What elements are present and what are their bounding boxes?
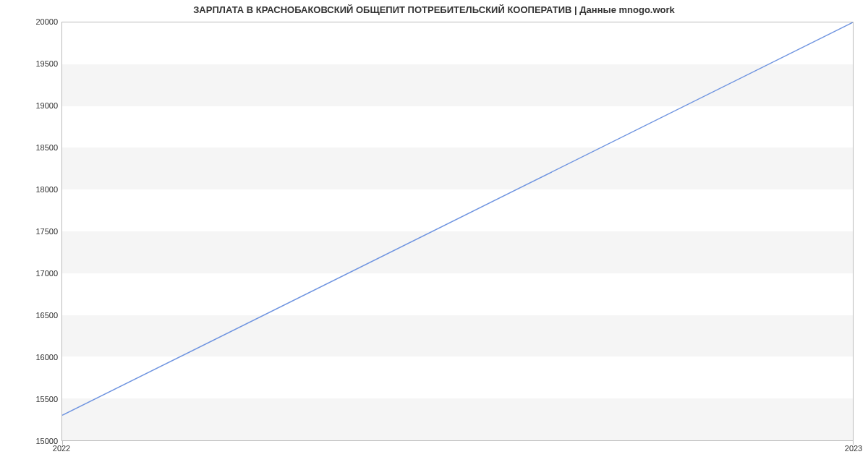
x-tick-label: 2022 xyxy=(53,444,70,453)
chart-title: ЗАРПЛАТА В КРАСНОБАКОВСКИЙ ОБЩЕПИТ ПОТРЕ… xyxy=(0,4,868,15)
y-tick-label: 18000 xyxy=(7,185,58,194)
y-tick-label: 17000 xyxy=(7,269,58,278)
y-tick-label: 15500 xyxy=(7,395,58,403)
y-tick-label: 20000 xyxy=(7,17,58,26)
y-tick-label: 19500 xyxy=(7,59,58,68)
series-line xyxy=(62,22,853,415)
y-tick-label: 16500 xyxy=(7,311,58,320)
line-layer xyxy=(62,22,853,440)
y-tick-label: 18500 xyxy=(7,143,58,152)
plot-area xyxy=(61,22,854,441)
y-tick-label: 17500 xyxy=(7,227,58,236)
y-tick-label: 15000 xyxy=(7,437,58,445)
y-tick-label: 16000 xyxy=(7,353,58,362)
x-tick-label: 2023 xyxy=(845,444,862,453)
chart-container: ЗАРПЛАТА В КРАСНОБАКОВСКИЙ ОБЩЕПИТ ПОТРЕ… xyxy=(0,0,868,470)
y-tick-label: 19000 xyxy=(7,101,58,110)
